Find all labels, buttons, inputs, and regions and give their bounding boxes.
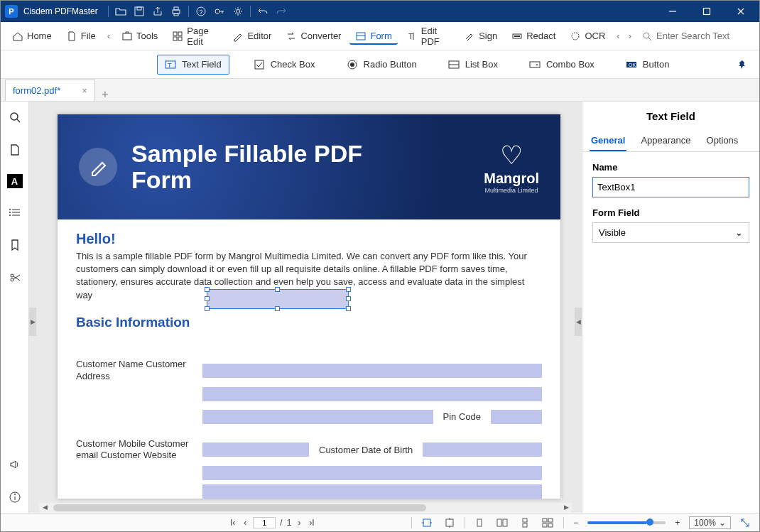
bookmark-icon[interactable]	[6, 237, 23, 254]
prev-page-icon[interactable]: ‹	[241, 518, 249, 528]
nav-converter[interactable]: Converter	[280, 28, 347, 45]
key-icon[interactable]	[213, 5, 226, 18]
resize-handle-s[interactable]	[275, 306, 280, 311]
clip-icon[interactable]	[6, 269, 23, 286]
last-page-icon[interactable]: ›I	[307, 518, 316, 528]
nav-sign[interactable]: Sign	[458, 28, 503, 45]
chevron-left-icon[interactable]: ‹	[614, 28, 622, 44]
nav-page-edit[interactable]: Page Edit	[166, 23, 224, 50]
form-tool-combo-box[interactable]: Combo Box	[522, 55, 602, 74]
undo-icon[interactable]	[256, 5, 269, 18]
search-icon[interactable]	[6, 109, 23, 126]
nav-redact[interactable]: Redact	[506, 28, 561, 45]
fullscreen-icon[interactable]	[738, 518, 752, 528]
continuous-view-icon[interactable]	[518, 518, 532, 528]
tab-general[interactable]: General	[590, 131, 626, 151]
form-tool-check-box[interactable]: Check Box	[246, 55, 322, 74]
pin-icon[interactable]	[737, 59, 748, 70]
form-tool-list-box[interactable]: List Box	[441, 55, 505, 74]
nav-file[interactable]: File	[60, 28, 102, 45]
svg-rect-56	[548, 519, 553, 522]
fit-width-icon[interactable]	[419, 518, 435, 528]
scroll-right-icon[interactable]: ▶	[562, 504, 570, 511]
edit-pdf-icon: T	[406, 31, 418, 42]
field-dob[interactable]	[423, 443, 542, 457]
settings-icon[interactable]	[232, 5, 244, 18]
label: Converter	[300, 31, 341, 41]
nav-tools[interactable]: Tools	[116, 28, 163, 45]
help-icon[interactable]: ?	[195, 5, 207, 18]
formfield-select[interactable]: Visible ⌄	[592, 222, 749, 243]
chevron-right-icon[interactable]: ›	[626, 28, 634, 44]
canvas[interactable]: ▶ ◀ Sample Fillable PDFForm ♡ Mangrol Mu…	[29, 102, 582, 513]
first-page-icon[interactable]: I‹	[228, 518, 237, 528]
tab-form02[interactable]: form02.pdf* ×	[5, 80, 95, 101]
tab-close-icon[interactable]: ×	[82, 85, 87, 96]
resize-handle-sw[interactable]	[205, 306, 210, 311]
resize-handle-e[interactable]	[346, 296, 351, 301]
resize-handle-se[interactable]	[346, 306, 351, 311]
window-close-button[interactable]	[727, 1, 755, 22]
zoom-out-icon[interactable]: −	[571, 518, 580, 528]
zoom-in-icon[interactable]: +	[673, 518, 682, 528]
tab-options[interactable]: Options	[705, 131, 740, 151]
page-icon[interactable]	[6, 141, 23, 158]
two-page-view-icon[interactable]	[494, 518, 511, 528]
sound-icon[interactable]	[6, 456, 23, 473]
info-icon[interactable]	[6, 489, 23, 506]
field-email[interactable]	[202, 466, 542, 480]
open-icon[interactable]	[114, 5, 127, 18]
fit-page-icon[interactable]	[442, 518, 457, 528]
list-icon[interactable]	[6, 204, 23, 221]
form-tool-text-field[interactable]: TText Field	[157, 55, 229, 75]
field-addr1[interactable]	[202, 387, 542, 401]
tab-add-button[interactable]: +	[95, 88, 115, 101]
form-tool-radio-button[interactable]: Radio Button	[340, 55, 424, 74]
name-input[interactable]	[592, 177, 749, 197]
window-maximize-button[interactable]	[693, 1, 721, 22]
zoom-knob[interactable]	[646, 519, 653, 526]
field-mobile[interactable]	[202, 443, 309, 457]
horizontal-scrollbar[interactable]: ◀ ▶	[39, 503, 572, 513]
field-pin[interactable]	[491, 410, 542, 424]
zoom-slider[interactable]	[587, 521, 666, 524]
redo-icon[interactable]	[275, 5, 288, 18]
svg-point-22	[572, 33, 579, 40]
next-page-icon[interactable]: ›	[295, 518, 303, 528]
scroll-thumb[interactable]	[53, 504, 426, 511]
zoom-select[interactable]: 100%⌄	[689, 516, 731, 529]
svg-rect-14	[173, 37, 177, 40]
chevron-left-icon[interactable]: ‹	[104, 28, 113, 44]
search-box[interactable]	[637, 28, 754, 44]
print-icon[interactable]	[170, 5, 183, 18]
lbl-cust-mobile: Customer Mobile Customer email Customer …	[76, 438, 197, 462]
field-addr2[interactable]	[202, 410, 433, 424]
resize-handle-w[interactable]	[205, 296, 210, 301]
nav-edit-pdf[interactable]: TEdit PDF	[401, 23, 455, 50]
save-icon[interactable]	[133, 5, 146, 18]
label: File	[81, 31, 96, 41]
scroll-left-icon[interactable]: ◀	[40, 504, 49, 511]
page-current-input[interactable]	[253, 517, 276, 528]
single-page-view-icon[interactable]	[472, 518, 487, 528]
svg-rect-0	[135, 7, 143, 16]
window-minimize-button[interactable]	[658, 1, 687, 22]
share-icon[interactable]	[151, 5, 164, 18]
form-tool-button[interactable]: OKButton	[619, 55, 677, 74]
collapse-right-handle[interactable]: ◀	[575, 308, 582, 336]
field-website[interactable]	[202, 484, 542, 499]
nav-ocr[interactable]: OCR	[564, 28, 611, 45]
resize-handle-n[interactable]	[275, 287, 280, 292]
resize-handle-nw[interactable]	[205, 287, 210, 292]
continuous-two-view-icon[interactable]	[539, 518, 556, 528]
nav-form[interactable]: Form	[349, 28, 397, 45]
selected-form-field[interactable]	[207, 289, 349, 309]
search-input[interactable]	[656, 31, 749, 41]
text-icon[interactable]: A	[7, 174, 23, 188]
field-name[interactable]	[202, 364, 542, 378]
nav-editor[interactable]: Editor	[227, 28, 277, 45]
tab-appearance[interactable]: Appearance	[639, 131, 692, 151]
resize-handle-ne[interactable]	[346, 287, 351, 292]
collapse-left-handle[interactable]: ▶	[29, 308, 36, 336]
nav-home[interactable]: Home	[6, 28, 58, 45]
